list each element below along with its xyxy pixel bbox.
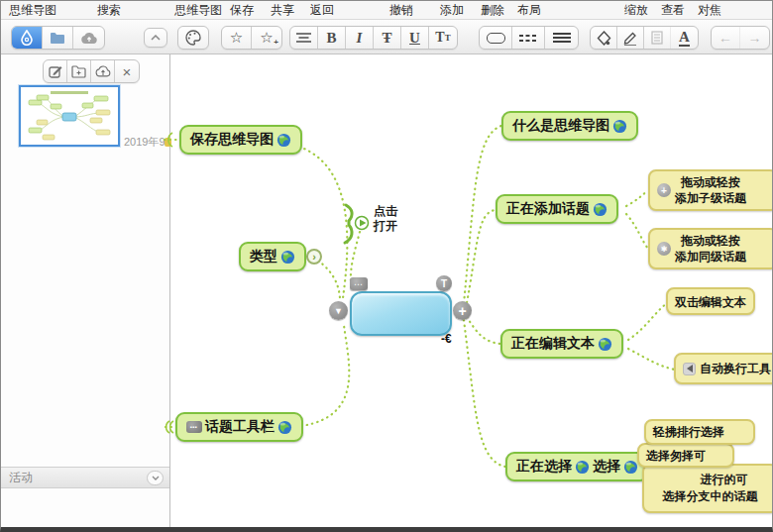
document-badge-icon (165, 138, 171, 147)
align-button[interactable] (290, 27, 318, 49)
star-add-button[interactable]: ☆ + (252, 27, 281, 49)
menu-bar: 思维导图 搜索 思维导图 保存 共享 返回 撤销 添加 删除 布局 缩放 查看 … (1, 1, 772, 20)
menu-mindmap[interactable]: 思维导图 (174, 2, 222, 19)
note-add-sibling[interactable]: ✱ 拖动或轻按 添加同级话题 (648, 228, 773, 269)
star-plus-icon: ☆ (260, 29, 273, 47)
menu-search[interactable]: 搜索 (97, 2, 121, 19)
menu-save[interactable]: 保存 (230, 2, 254, 19)
pen-button[interactable] (617, 27, 644, 49)
globe-icon (280, 250, 295, 265)
globe-icon (575, 460, 590, 475)
collapse-left-button[interactable]: ▼ (329, 301, 348, 320)
central-topic-node[interactable] (350, 291, 452, 336)
close-button[interactable]: × (115, 60, 139, 82)
folder-view-button[interactable] (43, 27, 73, 49)
collapse-toolbar-button[interactable] (144, 28, 167, 48)
align-center-icon (296, 33, 311, 44)
topic-type[interactable]: 类型 (239, 242, 306, 271)
fill-color-button[interactable] (591, 27, 617, 49)
font-size-button[interactable]: TT (429, 27, 457, 49)
topic-save-mindmap[interactable]: 保存思维导图 (179, 125, 302, 155)
italic-button[interactable]: I (346, 27, 374, 49)
topic-what-is-mindmap[interactable]: 什么是思维导图 (501, 111, 638, 141)
node-shape-button[interactable] (480, 27, 512, 49)
menu-add[interactable]: 添加 (440, 2, 464, 19)
menu-zoom[interactable]: 缩放 (624, 2, 648, 19)
underline-button[interactable]: U (401, 27, 429, 49)
note-flick-select[interactable]: 轻拂排行选择 (644, 419, 755, 445)
rounded-rect-icon (487, 33, 505, 44)
cloud-upload-icon (95, 65, 111, 77)
add-topic-button[interactable]: + (453, 301, 472, 320)
type-collapse-button[interactable]: › (306, 249, 322, 265)
dashed-lines-icon (519, 34, 537, 43)
note-add-child[interactable]: + 拖动或轻按 添加子级话题 (648, 169, 773, 211)
menu-back[interactable]: 返回 (310, 2, 334, 19)
menu-delete[interactable]: 删除 (481, 2, 504, 19)
shape-group (479, 26, 579, 50)
history-group: ← → (711, 26, 770, 50)
more-options-button[interactable]: ⋯ (350, 277, 368, 290)
compose-button[interactable] (44, 60, 67, 82)
globe-icon (593, 202, 607, 217)
document-actions-group: × (43, 59, 140, 83)
solid-line-button[interactable] (545, 27, 578, 49)
menu-undo[interactable]: 撤销 (389, 2, 413, 19)
folder-add-icon (71, 65, 86, 78)
topic-editing[interactable]: 正在编辑文本 (500, 329, 623, 359)
font-color-button[interactable]: A (671, 27, 698, 49)
activity-panel-header: 活动 (1, 467, 169, 488)
star-icon: ☆ (230, 29, 243, 47)
close-icon: × (123, 63, 132, 80)
note-double-click[interactable]: 双击编辑文本 (666, 287, 755, 315)
forward-button[interactable]: → (740, 27, 769, 49)
list-icon (651, 31, 663, 45)
activity-label: 活动 (9, 470, 33, 486)
toolbar: ☆ ☆ + B I Ŧ U TT (1, 20, 772, 54)
app-window: 思维导图 搜索 思维导图 保存 共享 返回 撤销 添加 删除 布局 缩放 查看 … (0, 0, 773, 532)
document-thumbnail[interactable] (19, 85, 120, 147)
note-select-branch[interactable]: 进行的可 选择分支中的话题 (642, 464, 773, 513)
arrow-right-icon: → (748, 30, 762, 46)
menu-focus[interactable]: 对焦 (698, 2, 721, 19)
globe-icon (612, 119, 627, 134)
note-select-mid[interactable]: 选择匆择可 (637, 443, 734, 468)
pen-cursor-icon: -€ (441, 332, 452, 346)
favorite-group: ☆ ☆ + (221, 26, 282, 50)
globe-icon (623, 460, 638, 475)
mindmap-view-button[interactable] (12, 27, 43, 49)
globe-icon (598, 337, 612, 352)
menu-app[interactable]: 思维导图 (9, 2, 56, 19)
topic-selecting[interactable]: 正在选择 选择 (505, 452, 649, 481)
wrap-icon (683, 363, 696, 375)
menu-view[interactable]: 查看 (661, 2, 685, 19)
globe-icon (276, 133, 291, 148)
star-button[interactable]: ☆ (222, 27, 252, 49)
note-auto-wrap[interactable]: 自动换行工具 (674, 353, 773, 384)
solid-lines-icon (553, 32, 571, 44)
bold-button[interactable]: B (318, 27, 346, 49)
style-palette-button[interactable] (177, 26, 209, 50)
activity-collapse-button[interactable] (147, 471, 164, 485)
thumbnail-minimap (21, 87, 118, 145)
globe-icon (277, 420, 292, 435)
plus-icon: + (458, 303, 466, 319)
dashed-line-button[interactable] (512, 27, 545, 49)
document-date-label: 2019年9 (124, 135, 166, 150)
topic-adding[interactable]: 正在添加话题 (496, 194, 618, 224)
cloud-view-button[interactable] (73, 27, 104, 49)
pen-icon (622, 31, 638, 46)
upload-button[interactable] (91, 60, 115, 82)
plus-circle-icon: + (657, 183, 671, 197)
list-style-button[interactable] (644, 27, 671, 49)
arrow-left-icon: ← (718, 30, 732, 46)
strikethrough-button[interactable]: Ŧ (374, 27, 401, 49)
menu-layout[interactable]: 布局 (517, 2, 541, 19)
text-button[interactable]: T (436, 275, 452, 291)
menu-share[interactable]: 共享 (271, 2, 294, 19)
topic-toolbar[interactable]: ⋯ 话题工具栏 (175, 412, 303, 442)
import-folder-button[interactable] (67, 60, 91, 82)
drop-icon (20, 30, 34, 46)
back-button[interactable]: ← (712, 27, 740, 49)
font-color-icon: A (679, 30, 690, 47)
